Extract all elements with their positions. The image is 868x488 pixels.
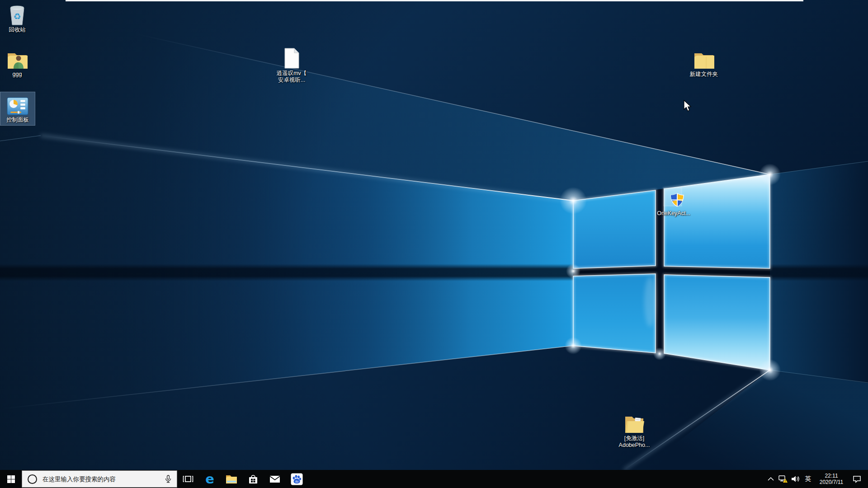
- folder-icon: [693, 51, 714, 70]
- user-folder-icon: [7, 51, 28, 70]
- start-button[interactable]: [0, 470, 22, 488]
- task-view-icon: [183, 474, 193, 483]
- mail-icon: [269, 475, 280, 483]
- folder-with-files-icon: [624, 414, 645, 434]
- icon-label: 安卓视听...: [274, 77, 309, 84]
- search-icon: [28, 474, 37, 484]
- desktop-icon-adobe-folder[interactable]: [免激活] AdobePho...: [617, 412, 651, 449]
- tray-volume[interactable]: [789, 470, 802, 488]
- windows-logo-icon: [7, 475, 15, 483]
- icon-label: 控制面板: [0, 117, 35, 123]
- taskbar-app-icons: e: [177, 470, 307, 488]
- svg-text:♻: ♻: [13, 12, 21, 21]
- chevron-up-icon: [768, 477, 774, 481]
- tray-language-indicator[interactable]: 英: [802, 470, 814, 488]
- speaker-icon: [791, 475, 800, 483]
- icon-label: 新建文件夹: [687, 71, 721, 78]
- offscreen-window-top-edge: [66, 0, 803, 1]
- icon-label: AdobePho...: [617, 442, 651, 449]
- network-warning-icon: !: [778, 475, 788, 483]
- clock-date: 2020/7/11: [820, 479, 844, 485]
- mouse-cursor: [683, 100, 693, 113]
- onekey-app-icon: [663, 187, 684, 209]
- edge-icon: e: [205, 473, 214, 486]
- tray-clock[interactable]: 22:11 2020/7/11: [814, 470, 849, 488]
- desktop-icon-new-folder[interactable]: 新建文件夹: [687, 48, 721, 78]
- action-center-button[interactable]: [849, 470, 864, 488]
- desktop-icon-recycle-bin[interactable]: ♻ 回收站: [0, 4, 34, 33]
- baidu-button[interactable]: du: [286, 470, 307, 488]
- icon-label: 回收站: [0, 27, 34, 33]
- wallpaper-hero: [0, 0, 868, 470]
- desktop-screen: ♻ 回收站 ggg 控制面板: [0, 0, 868, 488]
- text-file-icon: [284, 48, 299, 69]
- tray-network[interactable]: !: [777, 470, 789, 488]
- icon-label: [免激活]: [617, 435, 651, 442]
- language-label: 英: [805, 475, 811, 483]
- desktop-icon-mv-file[interactable]: 逍遥叹mv【 安卓视听...: [274, 47, 309, 84]
- tray-show-hidden-icons[interactable]: [765, 470, 777, 488]
- icon-label: 逍遥叹mv【: [274, 70, 309, 77]
- desktop-icon-control-panel[interactable]: 控制面板: [0, 92, 35, 125]
- desktop-icon-ggg[interactable]: ggg: [0, 48, 34, 78]
- taskbar-search-box[interactable]: [22, 470, 177, 488]
- desktop-icon-onekeyact[interactable]: OneKeyAct...: [656, 187, 691, 217]
- system-tray: ! 英 22:11 2020/7/11: [765, 470, 868, 488]
- search-input[interactable]: [42, 475, 161, 483]
- recycle-bin-icon: ♻: [9, 5, 26, 25]
- svg-text:du: du: [295, 479, 298, 483]
- mail-button[interactable]: [264, 470, 286, 488]
- store-icon: [248, 474, 258, 484]
- baidu-icon: du: [291, 473, 303, 485]
- icon-label: ggg: [0, 71, 34, 78]
- taskbar: e: [0, 470, 868, 488]
- store-button[interactable]: [242, 470, 264, 488]
- file-explorer-button[interactable]: [221, 470, 242, 488]
- file-explorer-icon: [226, 474, 237, 484]
- action-center-icon: [853, 475, 861, 483]
- svg-text:!: !: [785, 479, 786, 483]
- microphone-icon[interactable]: [164, 475, 172, 483]
- edge-button[interactable]: e: [199, 470, 221, 488]
- control-panel-icon: [7, 97, 28, 115]
- icon-label: OneKeyAct...: [656, 210, 691, 217]
- clock-time: 22:11: [825, 473, 838, 479]
- task-view-button[interactable]: [177, 470, 199, 488]
